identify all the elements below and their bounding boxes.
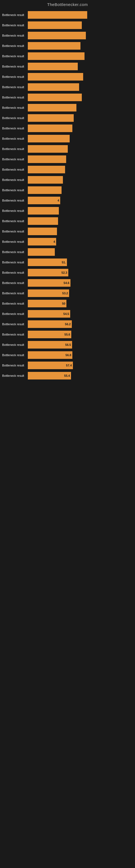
bar: [28, 11, 87, 19]
bar-container: [28, 42, 133, 50]
bar: 51.: [28, 258, 67, 266]
bar-container: [28, 155, 133, 163]
table-row: Bottleneck result: [0, 123, 135, 133]
bottleneck-label: Bottleneck result: [2, 230, 28, 233]
bar: 56.5: [28, 341, 72, 348]
bar: [28, 186, 61, 194]
table-row: Bottleneck result: [0, 51, 135, 61]
bottleneck-label: Bottleneck result: [2, 44, 28, 48]
table-row: Bottleneck result4: [0, 237, 135, 247]
bottleneck-label: Bottleneck result: [2, 116, 28, 120]
bottleneck-label: Bottleneck result: [2, 353, 28, 357]
bar: [28, 104, 77, 112]
bottleneck-label: Bottleneck result: [2, 137, 28, 140]
bar-container: [28, 32, 133, 39]
bottleneck-label: Bottleneck result: [2, 199, 28, 202]
bar-container: 56.8: [28, 351, 133, 359]
bottleneck-label: Bottleneck result: [2, 158, 28, 161]
bar-container: [28, 124, 133, 132]
bar: [28, 155, 66, 163]
bar: [28, 166, 65, 173]
bar: 54.6: [28, 279, 71, 287]
bottleneck-label: Bottleneck result: [2, 219, 28, 223]
table-row: Bottleneck result56.2: [0, 319, 135, 329]
bottleneck-label: Bottleneck result: [2, 96, 28, 99]
bottleneck-label: Bottleneck result: [2, 106, 28, 109]
table-row: Bottleneck result: [0, 62, 135, 71]
bottleneck-label: Bottleneck result: [2, 209, 28, 212]
bottleneck-label: Bottleneck result: [2, 13, 28, 17]
table-row: Bottleneck result54.6: [0, 278, 135, 288]
table-row: Bottleneck result: [0, 72, 135, 82]
bar-container: 51.: [28, 258, 133, 266]
bottleneck-label: Bottleneck result: [2, 86, 28, 89]
table-row: Bottleneck result: [0, 82, 135, 92]
bottleneck-label: Bottleneck result: [2, 322, 28, 326]
bar-container: [28, 94, 133, 101]
bottleneck-label: Bottleneck result: [2, 261, 28, 264]
bottleneck-label: Bottleneck result: [2, 178, 28, 182]
bar: [28, 52, 85, 60]
table-row: Bottleneck result51.: [0, 257, 135, 267]
bar: [28, 63, 78, 70]
table-row: Bottleneck result53.2: [0, 288, 135, 298]
table-row: Bottleneck result: [0, 134, 135, 144]
bar: 54.5: [28, 310, 70, 318]
table-row: Bottleneck result: [0, 206, 135, 216]
table-row: Bottleneck result56.8: [0, 350, 135, 360]
bar-container: [28, 207, 133, 215]
header: TheBottlenecker.com: [0, 0, 135, 10]
bar-container: [28, 22, 133, 29]
bar-container: 56.5: [28, 341, 133, 348]
bar: 57.4: [28, 362, 73, 369]
bar-container: 57.4: [28, 362, 133, 369]
bottleneck-label: Bottleneck result: [2, 24, 28, 27]
bar-container: 54.6: [28, 279, 133, 287]
bar: [28, 22, 82, 29]
bar-container: [28, 114, 133, 122]
table-row: Bottleneck result: [0, 226, 135, 236]
bar-container: [28, 176, 133, 184]
bar: [28, 248, 55, 256]
bottleneck-label: Bottleneck result: [2, 75, 28, 79]
bar: 55.4: [28, 372, 71, 379]
bottleneck-label: Bottleneck result: [2, 147, 28, 151]
bar-container: [28, 52, 133, 60]
bar: [28, 124, 72, 132]
table-row: Bottleneck result54.5: [0, 309, 135, 319]
bar: 56.2: [28, 320, 72, 328]
bar: [28, 135, 70, 143]
bar-container: 55.4: [28, 372, 133, 379]
bar-container: 53.2: [28, 289, 133, 297]
table-row: Bottleneck result: [0, 103, 135, 113]
bar-container: 4: [28, 238, 133, 246]
table-row: Bottleneck result55.6: [0, 330, 135, 339]
bar-container: [28, 166, 133, 173]
bar: [28, 42, 81, 50]
table-row: Bottleneck result57.4: [0, 361, 135, 370]
table-row: Bottleneck result: [0, 113, 135, 123]
bar: [28, 227, 57, 235]
bar-container: [28, 83, 133, 91]
bar: 4: [28, 238, 56, 246]
table-row: Bottleneck result50: [0, 299, 135, 308]
table-row: Bottleneck result: [0, 216, 135, 226]
bar: [28, 32, 86, 39]
bar-container: [28, 227, 133, 235]
bar-container: [28, 217, 133, 225]
bottleneck-label: Bottleneck result: [2, 312, 28, 315]
bar-container: 55.6: [28, 331, 133, 338]
bar-container: [28, 73, 133, 81]
bar-container: 56.2: [28, 320, 133, 328]
bar: [28, 176, 63, 184]
bar: 52.3: [28, 269, 68, 276]
table-row: Bottleneck result: [0, 31, 135, 40]
bottleneck-label: Bottleneck result: [2, 34, 28, 37]
bottleneck-label: Bottleneck result: [2, 240, 28, 243]
bar: [28, 217, 58, 225]
table-row: Bottleneck result52.3: [0, 268, 135, 278]
bar: 55.6: [28, 331, 71, 338]
table-row: Bottleneck result55.4: [0, 371, 135, 380]
bar: 50: [28, 300, 66, 307]
bottleneck-label: Bottleneck result: [2, 302, 28, 305]
